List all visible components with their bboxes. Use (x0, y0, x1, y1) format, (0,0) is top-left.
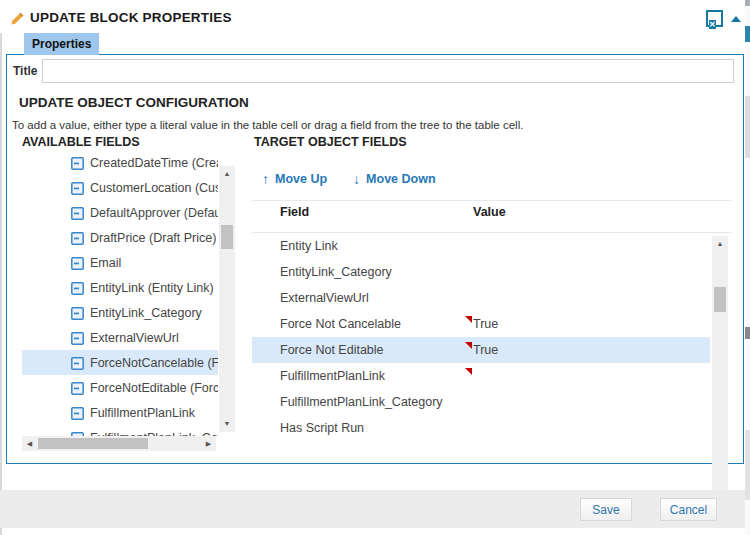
field-cell: Has Script Run (252, 421, 473, 435)
cancel-button[interactable]: Cancel (660, 498, 717, 521)
value-text: True (473, 317, 498, 331)
available-fields-vertical-scrollbar[interactable]: ▲ ▼ (219, 166, 235, 432)
tree-item-label: Email (90, 256, 121, 270)
move-toolbar: ↑ Move Up ↓ Move Down (262, 171, 436, 187)
save-button[interactable]: Save (580, 498, 632, 521)
tree-item[interactable]: CreatedDateTime (Created (22, 152, 218, 175)
tab-properties[interactable]: Properties (24, 33, 99, 55)
field-cell: FulfillmentPlanLink_Category (252, 395, 473, 409)
target-field-row[interactable]: Entity Link (252, 233, 710, 259)
value-cell[interactable]: True (473, 311, 710, 337)
scroll-up-icon[interactable]: ▲ (219, 166, 235, 182)
tree-item-label: CustomerLocation (Custom (90, 181, 218, 195)
tree-item[interactable]: DefaultApprover (Default A (22, 200, 218, 225)
tree-item[interactable]: Email (22, 250, 218, 275)
tree-item[interactable]: FulfillmentPlanLink_Cat (22, 425, 218, 436)
tree-item-label: FulfillmentPlanLink (90, 406, 195, 420)
move-up-label: Move Up (275, 172, 327, 186)
tree-item[interactable]: EntityLink (Entity Link) (22, 275, 218, 300)
dialog-title: UPDATE BLOCK PROPERTIES (30, 10, 232, 25)
tree-item-label: EntityLink (Entity Link) (90, 281, 214, 295)
scrollbar-thumb[interactable] (714, 287, 726, 312)
update-object-configuration-heading: UPDATE OBJECT CONFIGURATION (19, 95, 249, 110)
tree-item[interactable]: ForceNotCancelable (Force (22, 350, 218, 375)
value-cell[interactable] (473, 363, 710, 389)
tree-item-label: ExternalViewUrl (90, 331, 179, 345)
dirty-marker-icon (465, 316, 472, 323)
scrollbar-thumb[interactable] (221, 225, 233, 249)
field-cell: ExternalViewUrl (252, 291, 473, 305)
tree-item-label: DraftPrice (Draft Price) (90, 231, 216, 245)
column-header-value: Value (473, 205, 710, 219)
target-field-row[interactable]: FulfillmentPlanLink_Category (252, 389, 710, 415)
instruction-text: To add a value, either type a literal va… (12, 119, 523, 131)
tree-item[interactable]: FulfillmentPlanLink (22, 400, 218, 425)
field-icon (71, 156, 84, 169)
dirty-marker-icon (465, 342, 472, 349)
page-left-edge (0, 0, 2, 535)
tree-item[interactable]: DraftPrice (Draft Price) (22, 225, 218, 250)
tree-item[interactable]: CustomerLocation (Custom (22, 175, 218, 200)
target-field-row[interactable]: Force Not CancelableTrue (252, 311, 710, 337)
target-fields-vertical-scrollbar[interactable]: ▲ ▼ (712, 236, 728, 509)
move-down-button[interactable]: ↓ Move Down (353, 171, 435, 187)
move-down-icon: ↓ (353, 171, 360, 187)
tree-item-label: ForceNotEditable (Force N (90, 381, 218, 395)
dirty-marker-icon (465, 368, 472, 375)
tree-item[interactable]: EntityLink_Category (22, 300, 218, 325)
available-fields-list: CreatedDateTime (CreatedCustomerLocation… (22, 152, 218, 436)
properties-panel: Title UPDATE OBJECT CONFIGURATION To add… (6, 54, 744, 464)
field-cell: FulfillmentPlanLink (252, 369, 473, 383)
move-up-icon: ↑ (262, 171, 269, 187)
title-label: Title (13, 64, 37, 78)
tree-item-label: CreatedDateTime (Created (90, 156, 218, 170)
move-down-label: Move Down (366, 172, 435, 186)
tree-item[interactable]: ForceNotEditable (Force N (22, 375, 218, 400)
field-cell: Entity Link (252, 239, 473, 253)
scrollbar-thumb[interactable] (38, 438, 148, 449)
field-cell: Force Not Editable (252, 343, 473, 357)
move-up-button[interactable]: ↑ Move Up (262, 171, 327, 187)
close-icon: ✕ (709, 20, 716, 29)
background-fragment (745, 96, 750, 158)
tree-item[interactable]: ExternalViewUrl (22, 325, 218, 350)
value-cell[interactable] (473, 415, 710, 441)
field-icon (71, 406, 84, 419)
background-fragment (745, 26, 750, 42)
field-icon (71, 306, 84, 319)
pencil-icon (10, 11, 25, 26)
scroll-up-icon[interactable]: ▲ (712, 236, 728, 252)
column-header-field: Field (252, 205, 473, 219)
field-icon (71, 206, 84, 219)
scroll-down-icon[interactable]: ▼ (219, 416, 235, 432)
background-fragment (745, 0, 750, 6)
value-cell[interactable] (473, 285, 710, 311)
target-fields-table: Entity LinkEntityLink_CategoryExternalVi… (252, 233, 710, 455)
target-field-row[interactable]: EntityLink_Category (252, 259, 710, 285)
close-button[interactable]: ✕ (706, 10, 723, 27)
field-icon (71, 256, 84, 269)
collapse-up-icon[interactable] (731, 16, 741, 22)
field-cell: EntityLink_Category (252, 265, 473, 279)
field-icon (71, 281, 84, 294)
dialog-footer: Save Cancel (0, 490, 750, 528)
available-fields-tree: CreatedDateTime (CreatedCustomerLocation… (22, 152, 218, 436)
title-input[interactable] (42, 59, 734, 83)
value-cell[interactable] (473, 259, 710, 285)
target-object-fields-heading: TARGET OBJECT FIELDS (254, 135, 407, 149)
scroll-right-icon[interactable]: ▶ (201, 436, 216, 451)
target-field-row[interactable]: ExternalViewUrl (252, 285, 710, 311)
field-icon (71, 181, 84, 194)
target-field-row[interactable]: FulfillmentPlanLink (252, 363, 710, 389)
scroll-left-icon[interactable]: ◀ (22, 436, 37, 451)
target-field-row[interactable]: Has Script Run (252, 415, 710, 441)
available-fields-horizontal-scrollbar[interactable]: ◀ ▶ (22, 436, 216, 451)
tree-item-label: DefaultApprover (Default A (90, 206, 218, 220)
target-field-row[interactable]: Force Not EditableTrue (252, 337, 710, 363)
available-fields-heading: AVAILABLE FIELDS (22, 135, 140, 149)
dialog-header: UPDATE BLOCK PROPERTIES ✕ (0, 0, 750, 33)
value-cell[interactable] (473, 389, 710, 415)
field-icon (71, 356, 84, 369)
value-cell[interactable] (473, 233, 710, 259)
value-cell[interactable]: True (473, 337, 710, 363)
